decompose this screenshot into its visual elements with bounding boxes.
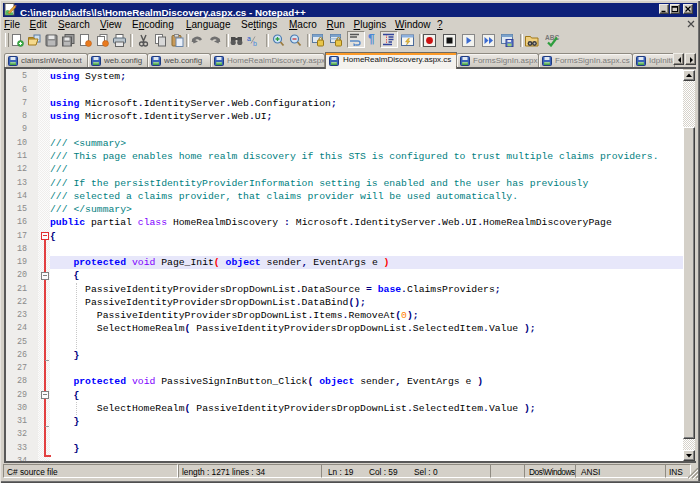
svg-text:ABC: ABC — [545, 34, 559, 41]
svg-text:a: a — [247, 35, 251, 42]
svg-text:b: b — [253, 40, 257, 47]
